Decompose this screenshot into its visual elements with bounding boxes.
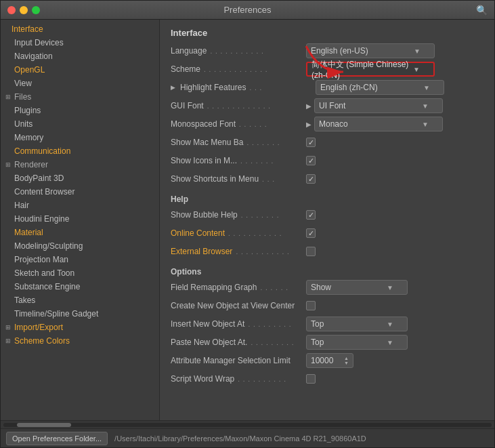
minimize-button[interactable] [20, 6, 28, 14]
sidebar-item-material[interactable]: Material [1, 226, 159, 239]
show-shortcuts-checkbox[interactable] [306, 174, 316, 184]
monospaced-font-row: Monospaced Font . . . . . . ▶ Monaco ▼ [171, 117, 483, 131]
highlight-features-control: English (zh-CN) ▼ [316, 80, 483, 95]
gui-font-control: ▶ UI Font ▼ [306, 98, 483, 113]
sidebar-item-renderer[interactable]: ⊞ Renderer [1, 158, 159, 171]
sidebar-item-files[interactable]: ⊞ Files [1, 90, 159, 104]
sidebar-item-import-export[interactable]: ⊞ Import/Export [1, 321, 159, 334]
show-shortcuts-row: Show Shortcuts in Menu . . . [171, 171, 483, 186]
monospaced-font-dropdown[interactable]: Monaco ▼ [314, 117, 443, 131]
chevron-down-icon: ▼ [423, 84, 430, 91]
show-icons-control [306, 156, 483, 165]
sidebar-item-view[interactable]: View [1, 77, 159, 90]
sidebar-item-scheme-colors[interactable]: ⊞ Scheme Colors [1, 334, 159, 348]
sidebar-item-label: Units [14, 119, 33, 129]
online-content-checkbox[interactable] [306, 228, 316, 238]
gui-font-row: GUI Font . . . . . . . . . . . . . ▶ UI … [171, 98, 483, 113]
close-button[interactable] [7, 6, 16, 14]
sidebar-item-projection[interactable]: Projection Man [1, 253, 159, 266]
chevron-down-icon: ▼ [413, 66, 420, 73]
script-word-wrap-row: Script Word Wrap . . . . . . . . . . [171, 371, 483, 386]
help-section-title: Help [171, 195, 483, 204]
monospaced-font-control: ▶ Monaco ▼ [306, 117, 483, 131]
gui-font-dropdown[interactable]: UI Font ▼ [314, 98, 443, 113]
sidebar-item-bodypaint[interactable]: BodyPaint 3D [1, 171, 159, 185]
attribute-manager-input[interactable]: 10000 ▲ ▼ [306, 353, 353, 368]
sidebar-item-takes[interactable]: Takes [1, 293, 159, 307]
section-title: Interface [171, 28, 483, 38]
sidebar-item-label: View [14, 79, 32, 88]
sidebar-item-sketch[interactable]: Sketch and Toon [1, 266, 159, 280]
gui-font-label: GUI Font . . . . . . . . . . . . . [171, 101, 306, 110]
sidebar-item-label: Input Devices [14, 38, 64, 47]
sidebar-item-modeling[interactable]: Modeling/Sculpting [1, 239, 159, 253]
sidebar-item-label: Hair [14, 201, 29, 210]
script-word-wrap-checkbox[interactable] [306, 374, 316, 384]
show-shortcuts-control [306, 174, 483, 184]
sidebar-item-units[interactable]: Units [1, 117, 159, 131]
sidebar-item-label: Communication [14, 146, 70, 156]
expand-icon[interactable]: ▶ [171, 84, 179, 91]
sidebar-item-label: Projection Man [14, 255, 68, 264]
highlight-features-dropdown[interactable]: English (zh-CN) ▼ [316, 80, 444, 95]
sidebar-item-memory[interactable]: Memory [1, 131, 159, 144]
monospaced-font-label: Monospaced Font . . . . . . [171, 119, 306, 129]
language-control: English (en-US) ▼ [306, 43, 483, 58]
language-dropdown[interactable]: English (en-US) ▼ [306, 43, 435, 58]
sidebar-item-substance[interactable]: Substance Engine [1, 280, 159, 293]
paste-new-object-label: Paste New Object At. . . . . . . . . . [171, 338, 306, 347]
expand-icon: ⊞ [5, 94, 12, 100]
insert-new-object-dropdown[interactable]: Top ▼ [306, 317, 408, 331]
sidebar-item-label: BodyPaint 3D [14, 174, 64, 183]
attribute-manager-row: Attribute Manager Selection Limit 10000 … [171, 353, 483, 368]
sidebar-item-communication[interactable]: Communication [1, 144, 159, 158]
main-content: Interface Input Devices Navigation OpenG… [1, 20, 494, 420]
sidebar-item-timeline[interactable]: Timeline/Spline Gadget [1, 307, 159, 321]
show-mac-menu-checkbox[interactable] [306, 138, 316, 147]
field-remapping-dropdown[interactable]: Show ▼ [306, 280, 408, 295]
show-bubble-help-label: Show Bubble Help . . . . . . . . [171, 210, 306, 220]
show-mac-menu-row: Show Mac Menu Ba . . . . . . . [171, 135, 483, 150]
show-bubble-help-row: Show Bubble Help . . . . . . . . [171, 207, 483, 222]
field-remapping-row: Field Remapping Graph . . . . . . Show ▼ [171, 280, 483, 295]
sidebar-item-content-browser[interactable]: Content Browser [1, 185, 159, 199]
scrollbar-thumb[interactable] [17, 423, 71, 427]
scheme-control: 简体中文 (Simple Chinese) (zh-CN) ▼ [306, 62, 483, 77]
sidebar-item-opengl[interactable]: OpenGL [1, 63, 159, 77]
paste-new-object-dropdown[interactable]: Top ▼ [306, 335, 408, 350]
sidebar-item-hair[interactable]: Hair [1, 199, 159, 212]
horizontal-scrollbar[interactable] [1, 420, 494, 428]
search-icon[interactable]: 🔍 [476, 5, 488, 16]
sidebar-item-label: Interface [12, 24, 43, 34]
chevron-down-icon: ▼ [422, 121, 429, 128]
open-preferences-folder-button[interactable]: Open Preferences Folder... [6, 432, 108, 445]
external-browser-checkbox[interactable] [306, 247, 316, 256]
online-content-label: Online Content . . . . . . . . . . . [171, 228, 306, 238]
expand-icon: ⊞ [5, 338, 12, 344]
show-icons-row: Show Icons in M... . . . . . . . [171, 153, 483, 168]
maximize-button[interactable] [32, 6, 40, 14]
sidebar-item-input-devices[interactable]: Input Devices [1, 36, 159, 49]
sidebar-item-label: Substance Engine [14, 282, 80, 291]
sidebar-item-label: Takes [14, 296, 35, 305]
scheme-dropdown[interactable]: 简体中文 (Simple Chinese) (zh-CN) ▼ [306, 62, 435, 77]
sidebar-item-navigation[interactable]: Navigation [1, 49, 159, 63]
show-shortcuts-label: Show Shortcuts in Menu . . . [171, 174, 306, 184]
sidebar-item-label: Scheme Colors [14, 336, 70, 346]
sidebar-item-plugins[interactable]: Plugins [1, 104, 159, 117]
sidebar-item-label: Files [14, 92, 31, 102]
show-bubble-help-checkbox[interactable] [306, 210, 316, 220]
field-remapping-control: Show ▼ [306, 280, 483, 295]
sidebar-item-label: Memory [14, 133, 43, 142]
spinner-arrows[interactable]: ▲ ▼ [344, 356, 349, 365]
sidebar-item-label: Plugins [14, 106, 41, 115]
show-icons-checkbox[interactable] [306, 156, 316, 165]
insert-new-object-control: Top ▼ [306, 317, 483, 331]
chevron-down-icon: ▼ [387, 339, 393, 346]
sidebar-item-label: Renderer [14, 160, 48, 169]
external-browser-row: External Browser . . . . . . . . . . . [171, 244, 483, 259]
create-new-object-checkbox[interactable] [306, 301, 316, 310]
online-content-row: Online Content . . . . . . . . . . . [171, 226, 483, 241]
sidebar-item-interface[interactable]: Interface [1, 22, 159, 36]
sidebar-item-houdini[interactable]: Houdini Engine [1, 212, 159, 226]
